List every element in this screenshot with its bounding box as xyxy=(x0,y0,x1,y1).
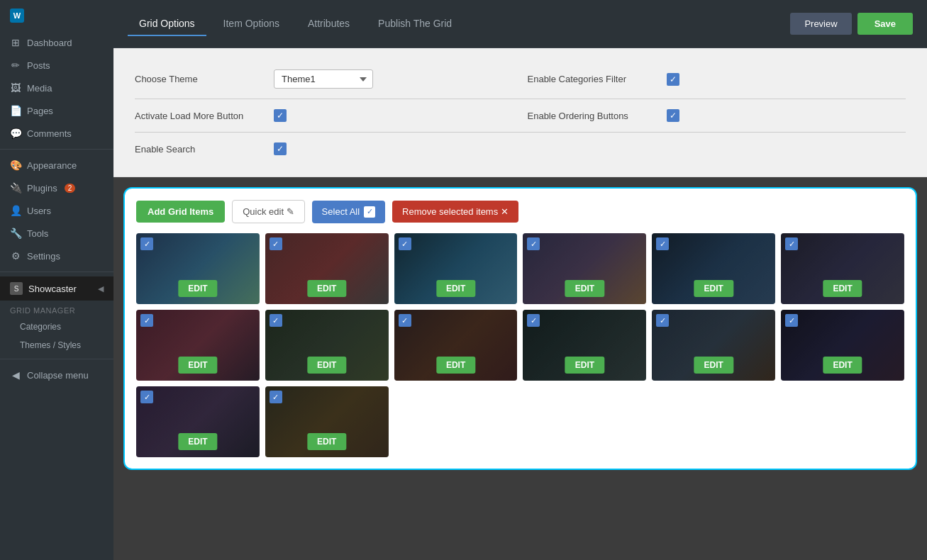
sidebar-item-plugins[interactable]: 🔌 Plugins 2 xyxy=(0,177,113,199)
grid-item-7[interactable]: ✓ EDIT xyxy=(136,310,260,381)
grid-item-checkbox-14[interactable]: ✓ xyxy=(270,391,282,403)
collapse-arrow-icon: ◀ xyxy=(98,284,104,293)
sidebar-item-users[interactable]: 👤 Users xyxy=(0,199,113,222)
grid-item-6[interactable]: ✓ EDIT xyxy=(781,233,904,304)
dashboard-icon: ⊞ xyxy=(10,37,21,48)
enable-search-label: Enable Search xyxy=(135,144,262,155)
grid-item-edit-button-14[interactable]: EDIT xyxy=(307,433,346,450)
grid-item-checkbox-6[interactable]: ✓ xyxy=(785,237,798,250)
grid-item-checkbox-11[interactable]: ✓ xyxy=(656,314,669,327)
grid-item-edit-button-11[interactable]: EDIT xyxy=(694,357,733,374)
grid-item-checkbox-12[interactable]: ✓ xyxy=(785,314,798,327)
sidebar-item-label: Settings xyxy=(27,251,60,262)
enable-search-checkbox[interactable]: ✓ xyxy=(274,142,287,155)
sidebar-item-collapse[interactable]: ◀ Collapse menu xyxy=(0,364,113,386)
sidebar-item-settings[interactable]: ⚙ Settings xyxy=(0,245,113,267)
select-all-button[interactable]: Select All ✓ xyxy=(312,201,385,223)
tab-grid-options[interactable]: Grid Options xyxy=(128,12,206,36)
grid-item-checkbox-13[interactable]: ✓ xyxy=(140,391,153,403)
sidebar-divider-3 xyxy=(0,359,113,359)
sidebar-item-label: Comments xyxy=(27,128,72,139)
grid-item-edit-button-10[interactable]: EDIT xyxy=(565,357,604,374)
grid-item-checkbox-10[interactable]: ✓ xyxy=(527,314,540,327)
pages-icon: 📄 xyxy=(10,105,21,116)
activate-load-more-checkbox[interactable]: ✓ xyxy=(274,109,287,122)
plugins-icon: 🔌 xyxy=(10,182,21,194)
sidebar-item-label: Pages xyxy=(27,106,53,116)
grid-items-container: Add Grid Items Quick edit ✎ Select All ✓… xyxy=(123,187,917,470)
sidebar-item-comments[interactable]: 💬 Comments xyxy=(0,122,113,145)
grid-item-1[interactable]: ✓ EDIT xyxy=(136,233,260,304)
grid-item-edit-button-8[interactable]: EDIT xyxy=(307,357,346,374)
appearance-icon: 🎨 xyxy=(10,159,21,171)
grid-item-edit-button-9[interactable]: EDIT xyxy=(436,357,475,374)
enable-categories-checkbox[interactable]: ✓ xyxy=(667,73,679,86)
save-button[interactable]: Save xyxy=(857,13,913,35)
grid-item-checkbox-9[interactable]: ✓ xyxy=(399,314,411,327)
preview-button[interactable]: Preview xyxy=(790,13,851,35)
grid-toolbar: Add Grid Items Quick edit ✎ Select All ✓… xyxy=(136,200,904,223)
add-grid-items-button[interactable]: Add Grid Items xyxy=(136,201,225,223)
grid-item-9[interactable]: ✓ EDIT xyxy=(394,310,518,381)
wordpress-icon: W xyxy=(10,9,24,23)
grid-item-checkbox-1[interactable]: ✓ xyxy=(140,237,153,250)
activate-load-more-label: Activate Load More Button xyxy=(135,111,262,121)
sidebar-item-dashboard[interactable]: ⊞ Dashboard xyxy=(0,31,113,54)
grid-item-edit-button-1[interactable]: EDIT xyxy=(178,280,217,297)
tab-item-options[interactable]: Item Options xyxy=(212,12,291,36)
grid-item-checkbox-3[interactable]: ✓ xyxy=(399,237,411,250)
sidebar-item-media[interactable]: 🖼 Media xyxy=(0,77,113,99)
sidebar-item-posts[interactable]: ✏ Posts xyxy=(0,54,113,77)
grid-item-edit-button-6[interactable]: EDIT xyxy=(823,280,862,297)
grid-item-checkbox-8[interactable]: ✓ xyxy=(270,314,282,327)
theme-select[interactable]: Theme1 Theme2 Theme3 xyxy=(274,69,373,89)
grid-item-edit-button-5[interactable]: EDIT xyxy=(694,280,733,297)
posts-icon: ✏ xyxy=(10,60,21,71)
grid-item-2[interactable]: ✓ EDIT xyxy=(265,233,389,304)
tools-icon: 🔧 xyxy=(10,228,21,239)
enable-ordering-checkbox[interactable]: ✓ xyxy=(667,109,679,122)
plugins-badge: 2 xyxy=(65,184,76,193)
sidebar-item-appearance[interactable]: 🎨 Appearance xyxy=(0,154,113,177)
select-all-label: Select All xyxy=(322,206,360,217)
grid-item-5[interactable]: ✓ EDIT xyxy=(652,233,775,304)
grid-item-10[interactable]: ✓ EDIT xyxy=(523,310,646,381)
remove-selected-button[interactable]: Remove selected items ✕ xyxy=(392,201,518,223)
sidebar-item-pages[interactable]: 📄 Pages xyxy=(0,99,113,122)
grid-item-checkbox-7[interactable]: ✓ xyxy=(140,314,153,327)
grid-item-14[interactable]: ✓ EDIT xyxy=(265,386,389,457)
tabs-header: Grid Options Item Options Attributes Pub… xyxy=(113,0,927,48)
grid-item-4[interactable]: ✓ EDIT xyxy=(523,233,646,304)
showcaster-label: Showcaster xyxy=(28,284,77,294)
sidebar-item-tools[interactable]: 🔧 Tools xyxy=(0,222,113,245)
grid-images: ✓ EDIT ✓ EDIT ✓ EDIT ✓ EDIT ✓ EDIT ✓ ED xyxy=(136,233,904,457)
grid-item-13[interactable]: ✓ EDIT xyxy=(136,386,260,457)
sidebar-sub-item-themes[interactable]: Themes / Styles xyxy=(0,336,113,354)
grid-item-3[interactable]: ✓ EDIT xyxy=(394,233,518,304)
tab-publish-the-grid[interactable]: Publish The Grid xyxy=(367,12,463,36)
grid-options-row-3: Enable Search ✓ xyxy=(135,135,906,162)
sidebar-sub-item-categories[interactable]: Categories xyxy=(0,318,113,336)
grid-item-edit-button-3[interactable]: EDIT xyxy=(436,280,475,297)
grid-item-11[interactable]: ✓ EDIT xyxy=(652,310,775,381)
grid-item-checkbox-4[interactable]: ✓ xyxy=(527,237,540,250)
tab-attributes[interactable]: Attributes xyxy=(296,12,361,36)
sidebar: W ⊞ Dashboard ✏ Posts 🖼 Media 📄 Pages 💬 … xyxy=(0,0,113,560)
settings-icon: ⚙ xyxy=(10,250,21,262)
grid-options-row-2: Activate Load More Button ✓ Enable Order… xyxy=(135,102,906,129)
grid-item-edit-button-7[interactable]: EDIT xyxy=(178,357,217,374)
quick-edit-button[interactable]: Quick edit ✎ xyxy=(232,200,304,223)
sidebar-divider-2 xyxy=(0,271,113,272)
grid-item-edit-button-2[interactable]: EDIT xyxy=(307,280,346,297)
sidebar-item-label: Users xyxy=(27,206,51,216)
grid-item-checkbox-5[interactable]: ✓ xyxy=(656,237,669,250)
grid-item-12[interactable]: ✓ EDIT xyxy=(781,310,904,381)
comments-icon: 💬 xyxy=(10,128,21,139)
enable-categories-label: Enable Categories Filter xyxy=(528,74,655,84)
grid-item-checkbox-2[interactable]: ✓ xyxy=(270,237,282,250)
grid-item-8[interactable]: ✓ EDIT xyxy=(265,310,389,381)
grid-item-edit-button-12[interactable]: EDIT xyxy=(823,357,862,374)
grid-item-edit-button-13[interactable]: EDIT xyxy=(178,433,217,450)
grid-item-edit-button-4[interactable]: EDIT xyxy=(565,280,604,297)
sidebar-item-showcaster[interactable]: S Showcaster ◀ xyxy=(0,276,113,301)
